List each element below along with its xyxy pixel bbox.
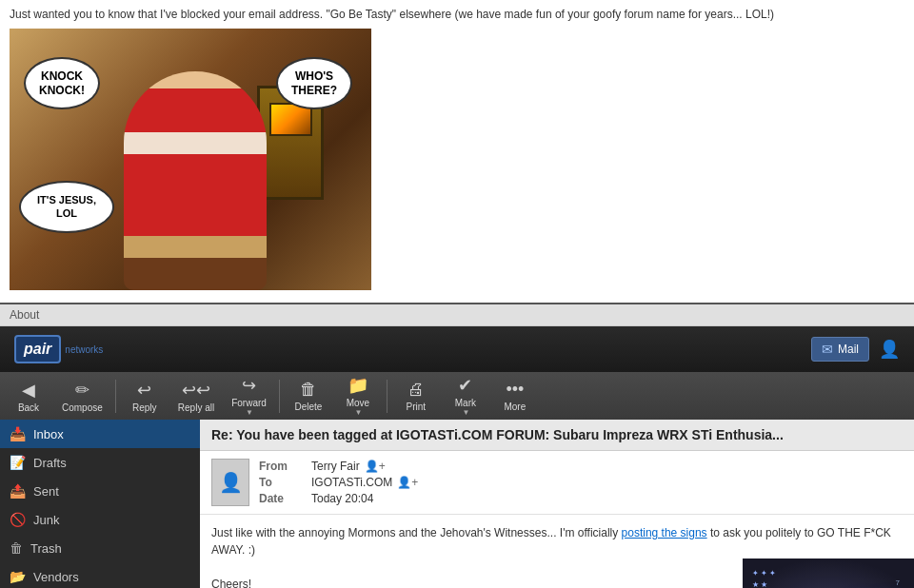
compose-label: Compose [62,402,103,413]
bubble-knock: KNOCKKNOCK! [24,57,100,109]
pair-header-right: ✉ Mail 👤 [811,337,900,362]
sender-avatar: 👤 [211,459,249,506]
sidebar-item-trash[interactable]: 🗑 Trash [0,534,200,562]
forward-icon: ↪ [242,375,256,396]
email-body: Just like with the annoying Mormons and … [200,515,914,588]
from-row: Terry Fair 👤+ [311,460,903,473]
toolbar: ◀ Back ✏ Compose ↩ Reply ↩↩ Reply all ↪ … [0,372,914,420]
pair-logo: pair networks [14,335,103,363]
vendors-icon: 📂 [10,569,26,584]
bubble-whos: WHO'STHERE? [276,57,352,109]
more-button[interactable]: ••• More [491,376,539,416]
from-label: From [259,460,307,473]
forward-label: Forward [231,398,267,408]
sti-logo-watermark: ✦ ✦ ✦★ ★✦ ✦ ✦ STi 7 [743,559,914,588]
mail-button[interactable]: ✉ Mail [811,337,869,362]
delete-icon: 🗑 [300,380,317,400]
sidebar-item-vendors[interactable]: 📂 Vendors [0,562,200,588]
sti-stars: ✦ ✦ ✦★ ★✦ ✦ ✦ [752,568,776,588]
reply-icon: ↩ [137,380,151,401]
bubble-jesus: IT'S JESUS,LOL [19,181,114,233]
email-view: Re: You have been tagged at IGOTASTi.COM… [200,420,914,588]
mark-button[interactable]: ✔ Mark ▼ [442,371,489,421]
sidebar-item-sent[interactable]: 📤 Sent [0,477,200,505]
inbox-icon: 📥 [10,426,26,441]
jesus-figure [124,71,267,290]
more-icon: ••• [506,380,524,400]
pair-networks-text: networks [65,344,103,355]
forward-dropdown-arrow: ▼ [246,408,253,417]
sidebar-label-inbox: Inbox [33,427,64,441]
date-value: Today 20:04 [311,492,903,505]
from-value: Terry Fair [311,460,360,473]
reply-all-button[interactable]: ↩↩ Reply all [170,376,222,417]
print-label: Print [407,402,427,412]
sidebar: 📥 Inbox 📝 Drafts 📤 Sent 🚫 Junk 🗑 Trash 📂… [0,420,200,588]
mark-dropdown-arrow: ▼ [462,408,469,417]
sidebar-label-vendors: Vendors [33,570,79,584]
to-label: To [259,476,307,489]
back-label: Back [18,402,39,413]
back-button[interactable]: ◀ Back [5,376,52,417]
to-row: IGOTASTi.COM 👤+ [311,476,903,489]
compose-icon: ✏ [75,380,89,401]
mark-icon: ✔ [458,375,472,396]
about-label: About [10,308,39,322]
email-headers-area: 👤 From Terry Fair 👤+ To IGOTASTi.COM 👤+ … [200,451,914,515]
add-contact-icon[interactable]: 👤+ [365,460,386,473]
junk-icon: 🚫 [10,512,26,527]
toolbar-divider-2 [279,380,280,413]
body-text-1a: Just like with the annoying Mormons and … [211,526,622,539]
user-icon[interactable]: 👤 [879,339,900,360]
delete-button[interactable]: 🗑 Delete [285,376,332,416]
back-icon: ◀ [22,380,35,401]
forward-button[interactable]: ↪ Forward ▼ [224,371,274,421]
toolbar-divider-3 [387,380,387,413]
date-label: Date [259,492,307,505]
to-value: IGOTASTi.COM [311,476,392,489]
move-label: Move [347,398,369,408]
top-email-area: Just wanted you to know that I've blocke… [0,0,914,304]
reply-button[interactable]: ↩ Reply [121,376,169,417]
sent-icon: 📤 [10,483,26,499]
move-dropdown-arrow: ▼ [354,408,362,417]
trash-icon: 🗑 [10,540,23,556]
mail-envelope-icon: ✉ [822,342,833,357]
main-area: 📥 Inbox 📝 Drafts 📤 Sent 🚫 Junk 🗑 Trash 📂… [0,420,914,588]
compose-button[interactable]: ✏ Compose [54,376,110,417]
comic-image: KNOCKKNOCK! WHO'STHERE? IT'S JESUS,LOL [10,29,371,290]
toolbar-divider-1 [115,380,116,413]
reply-all-label: Reply all [178,402,214,413]
avatar-icon: 👤 [219,471,243,494]
sti-subtext: 7 [896,578,900,588]
headers-grid: From Terry Fair 👤+ To IGOTASTi.COM 👤+ Da… [259,459,903,506]
reply-label: Reply [132,402,157,413]
mark-label: Mark [455,398,476,408]
print-button[interactable]: 🖨 Print [392,376,440,416]
reply-all-icon: ↩↩ [182,380,210,401]
sidebar-label-trash: Trash [30,541,62,556]
about-bar: About [0,304,914,326]
sidebar-label-drafts: Drafts [33,456,67,470]
email-subject: Re: You have been tagged at IGOTASTi.COM… [200,420,914,451]
posting-signs-link[interactable]: posting the signs [622,526,707,539]
delete-label: Delete [294,402,322,412]
pair-logo-text: pair [24,341,51,357]
add-recipient-icon[interactable]: 👤+ [397,476,418,489]
sidebar-item-inbox[interactable]: 📥 Inbox [0,420,200,448]
sidebar-item-drafts[interactable]: 📝 Drafts [0,448,200,477]
print-icon: 🖨 [407,380,425,400]
move-icon: 📁 [348,375,368,396]
pair-header: pair networks ✉ Mail 👤 [0,326,914,372]
sidebar-label-junk: Junk [33,513,59,527]
more-label: More [504,402,526,412]
sidebar-label-sent: Sent [33,484,59,499]
top-email-text: Just wanted you to know that I've blocke… [10,8,904,21]
move-button[interactable]: 📁 Move ▼ [334,371,382,421]
pair-logo-box: pair [14,335,61,363]
sidebar-item-junk[interactable]: 🚫 Junk [0,505,200,534]
drafts-icon: 📝 [10,455,26,470]
mail-label: Mail [838,343,859,356]
body-paragraph-1: Just like with the annoying Mormons and … [211,524,903,559]
